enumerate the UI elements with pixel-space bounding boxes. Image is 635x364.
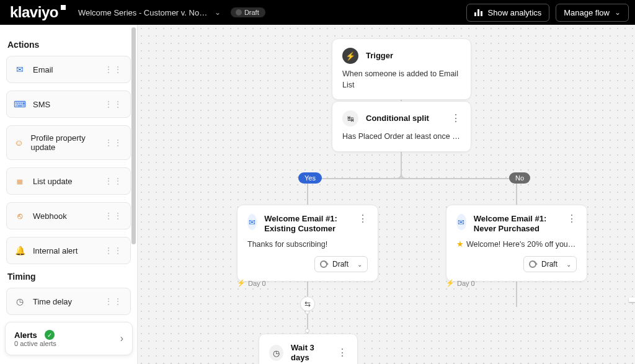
flow-title[interactable]: Welcome Series - Customer v. Non-Cus… xyxy=(78,8,208,17)
status-label: Draft xyxy=(541,260,557,269)
day-label: Day 0 xyxy=(457,280,475,287)
sms-icon: ⌨ xyxy=(14,99,25,110)
day-badge: ⚡ Day 0 xyxy=(237,279,266,287)
sidebar-item-label: Email xyxy=(33,65,53,74)
node-preview: ★Welcome! Here's 20% off your first or… xyxy=(456,239,577,251)
sidebar-heading-timing: Timing xyxy=(7,272,130,282)
node-menu-button[interactable]: ⋮ xyxy=(337,348,347,358)
sidebar-item-time-delay[interactable]: ◷ Time delay ⋮⋮ xyxy=(6,288,131,315)
manage-flow-label: Manage flow xyxy=(564,8,610,17)
branch-pill-no: No xyxy=(509,172,530,184)
bar-chart-icon xyxy=(474,9,483,16)
swap-icon: ⇆ xyxy=(304,300,311,308)
webhook-icon: ⎋ xyxy=(14,210,25,221)
clock-icon: ◷ xyxy=(14,296,25,307)
alerts-sub: 0 active alerts xyxy=(14,340,56,347)
node-wait[interactable]: ◷ Wait 3 days ⋮ xyxy=(259,334,358,364)
drag-handle-icon[interactable]: ⋮⋮ xyxy=(104,138,123,148)
node-menu-button[interactable]: ⋮ xyxy=(567,214,577,224)
check-circle-icon: ✓ xyxy=(45,330,55,340)
status-select[interactable]: Draft ⌄ xyxy=(314,256,368,272)
show-analytics-button[interactable]: Show analytics xyxy=(466,4,550,22)
drag-handle-icon[interactable]: ⋮⋮ xyxy=(104,64,123,74)
email-icon: ✉ xyxy=(247,214,257,230)
node-preview: Thanks for subscribing! xyxy=(247,239,368,251)
flow-status-label: Draft xyxy=(244,9,259,16)
node-title: Trigger xyxy=(366,51,393,61)
email-icon: ✉ xyxy=(14,64,25,75)
node-title: Wait 3 days xyxy=(291,343,330,363)
alerts-title: Alerts xyxy=(14,331,37,340)
drag-handle-icon[interactable]: ⋮⋮ xyxy=(104,211,123,221)
pencil-icon xyxy=(236,9,242,16)
topbar: klaviyo Welcome Series - Customer v. Non… xyxy=(0,0,635,25)
node-email-never-purchased[interactable]: ✉ Welcome Email #1: Never Purchased ⋮ ★W… xyxy=(446,205,587,282)
sidebar: Actions ✉ Email ⋮⋮ ⌨ SMS ⋮⋮ ☺ Profile pr… xyxy=(0,25,138,364)
bell-icon: 🔔 xyxy=(14,245,25,256)
sidebar-heading-actions: Actions xyxy=(7,40,130,50)
list-icon: ≣ xyxy=(14,175,25,187)
drag-handle-icon[interactable]: ⋮⋮ xyxy=(104,296,123,306)
flow-title-chevron-icon[interactable]: ⌄ xyxy=(215,8,221,17)
sidebar-item-email[interactable]: ✉ Email ⋮⋮ xyxy=(6,56,131,83)
sidebar-item-label: List update xyxy=(33,177,73,186)
sidebar-item-webhook[interactable]: ⎋ Webhook ⋮⋮ xyxy=(6,202,131,229)
drag-handle-icon[interactable]: ⋮⋮ xyxy=(104,176,123,186)
star-icon: ★ xyxy=(456,240,464,249)
connector-dot xyxy=(305,329,309,333)
sidebar-item-label: SMS xyxy=(33,100,50,109)
profile-icon: ☺ xyxy=(14,137,24,148)
sidebar-scrollbar[interactable] xyxy=(131,27,136,244)
clock-icon: ◷ xyxy=(269,345,283,361)
add-step-button[interactable]: ⇆ xyxy=(300,296,315,311)
chevron-down-icon: ⌄ xyxy=(566,261,571,268)
branch-pill-yes: Yes xyxy=(298,172,322,184)
sidebar-item-internal-alert[interactable]: 🔔 Internal alert ⋮⋮ xyxy=(6,237,131,264)
node-trigger[interactable]: ⚡ Trigger When someone is added to Email… xyxy=(332,38,471,100)
show-analytics-label: Show analytics xyxy=(488,8,542,17)
logo: klaviyo xyxy=(10,4,66,21)
node-conditional-split[interactable]: ↹ Conditional split ⋮ Has Placed Order a… xyxy=(332,101,471,152)
email-icon: ✉ xyxy=(456,214,466,230)
alerts-panel[interactable]: Alerts ✓ 0 active alerts › xyxy=(5,322,133,355)
day-label: Day 0 xyxy=(248,280,266,287)
status-select[interactable]: Draft ⌄ xyxy=(523,256,577,272)
manage-flow-button[interactable]: Manage flow ⌄ xyxy=(556,4,629,22)
sidebar-item-sms[interactable]: ⌨ SMS ⋮⋮ xyxy=(6,91,131,118)
bolt-icon: ⚡ xyxy=(446,279,455,287)
sidebar-item-profile-update[interactable]: ☺ Profile property update ⋮⋮ xyxy=(6,125,131,160)
sidebar-item-label: Internal alert xyxy=(33,246,78,255)
node-title: Welcome Email #1: Existing Customer xyxy=(264,214,350,234)
sidebar-item-label: Webhook xyxy=(33,211,67,221)
node-email-existing-customer[interactable]: ✉ Welcome Email #1: Existing Customer ⋮ … xyxy=(237,205,378,282)
day-badge: ⚡ Day 0 xyxy=(446,279,475,287)
sidebar-item-label: Profile property update xyxy=(31,133,97,152)
chevron-right-icon[interactable]: › xyxy=(120,333,123,344)
drag-handle-icon[interactable]: ⋮⋮ xyxy=(104,246,123,255)
node-menu-button[interactable]: ⋮ xyxy=(358,214,368,224)
chevron-down-icon: ⌄ xyxy=(615,8,621,17)
draft-status-icon xyxy=(529,260,536,268)
bolt-icon: ⚡ xyxy=(237,279,246,287)
chevron-down-icon: ⌄ xyxy=(357,261,362,268)
node-description: When someone is added to Email List xyxy=(342,69,461,91)
bolt-icon: ⚡ xyxy=(342,48,358,64)
canvas-minimap-edge xyxy=(629,298,635,302)
node-description: Has Placed Order at least once over all … xyxy=(342,131,461,143)
sidebar-item-list-update[interactable]: ≣ List update ⋮⋮ xyxy=(6,167,131,195)
split-icon: ↹ xyxy=(342,110,358,127)
node-title: Conditional split xyxy=(366,113,429,123)
sidebar-item-label: Time delay xyxy=(33,297,72,306)
flow-status-badge[interactable]: Draft xyxy=(231,7,265,17)
flow-canvas[interactable]: ⚡ Trigger When someone is added to Email… xyxy=(138,25,635,364)
status-label: Draft xyxy=(332,260,349,269)
draft-status-icon xyxy=(320,260,327,268)
node-title: Welcome Email #1: Never Purchased xyxy=(474,214,559,234)
node-menu-button[interactable]: ⋮ xyxy=(451,113,461,123)
drag-handle-icon[interactable]: ⋮⋮ xyxy=(104,99,123,109)
